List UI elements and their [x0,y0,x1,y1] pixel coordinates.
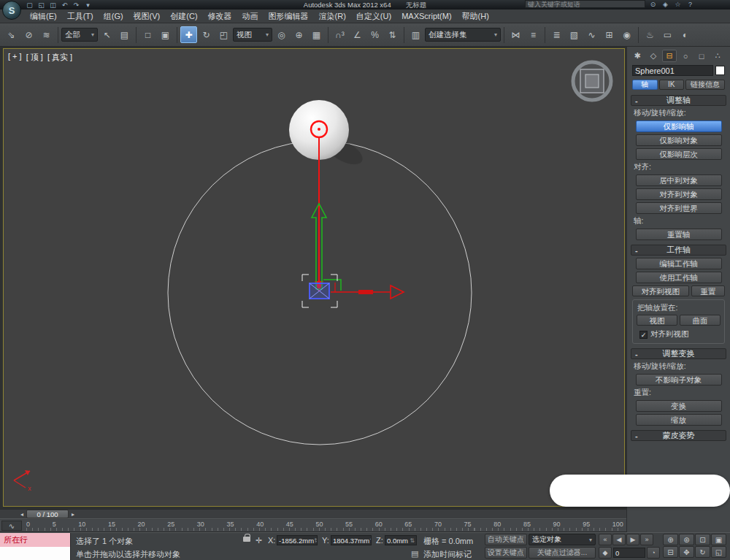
macro-recorder-line[interactable]: 所在行 [0,533,70,547]
menu-item-4[interactable]: 视图(V) [128,9,166,23]
search-icon[interactable]: ⊙ [648,0,658,8]
motion-tab[interactable]: ○ [678,50,693,62]
go-to-start-button[interactable]: « [599,534,612,545]
menu-item-2[interactable]: 工具(T) [62,9,99,23]
reset-transform-button[interactable]: 变换 [636,400,722,412]
mirror-button[interactable]: ⋈ [507,26,524,43]
angle-snap-toggle[interactable]: ∠ [349,26,366,43]
window-crossing-toggle[interactable]: ▣ [157,26,174,43]
viewport-menu-general[interactable]: [ + ] [8,52,22,63]
previous-frame-button[interactable]: ◀ [612,534,626,545]
zoom-extents-button[interactable]: ⊡ [695,534,710,545]
menu-item-8[interactable]: 图形编辑器 [264,9,314,23]
menu-item-7[interactable]: 动画 [237,9,264,23]
go-to-end-button[interactable]: » [640,534,653,545]
edit-working-pivot-button[interactable]: 编辑工作轴 [636,258,722,269]
undo-button[interactable]: ↶ [60,1,69,9]
graphite-modeling-tools-toggle[interactable]: ▧ [566,26,583,43]
schematic-view-button[interactable]: ⊞ [601,26,618,43]
time-configuration-button[interactable]: ◔ [647,547,660,559]
save-file-button[interactable]: ◫ [48,1,58,9]
curve-editor-button[interactable]: ∿ [583,26,600,43]
spinner-snap-toggle[interactable]: ⇅ [384,26,401,43]
auto-key-toggle[interactable]: 自动关键点 [485,534,527,545]
utilities-tab[interactable]: ∴ [710,50,725,62]
top-viewport[interactable]: [ + ] [ 顶 ] [ 真实 ] [3,48,625,507]
open-file-button[interactable]: ◱ [36,1,46,9]
align-to-world-button[interactable]: 对齐到世界 [636,202,722,214]
rectangular-selection-region-button[interactable]: □ [139,26,156,43]
select-and-move-button[interactable]: ✚ [180,26,197,43]
maxscript-mini-listener[interactable]: 所在行 [0,533,71,560]
selection-lock-toggle[interactable] [243,533,250,543]
zoom-button[interactable]: ⊕ [663,534,678,545]
menu-item-10[interactable]: 自定义(U) [351,9,396,23]
rollout-adjust-pivot[interactable]: - 调整轴 [631,95,726,106]
tab-ik[interactable]: IK [659,80,685,90]
set-key-button[interactable]: 设置关键点 [485,547,527,559]
object-name-field[interactable] [632,65,713,76]
rollout-skin-pose[interactable]: - 蒙皮姿势 [631,430,726,441]
timeline-previous-frame-nub[interactable]: ◂ [18,510,26,518]
timeline-next-frame-nub[interactable]: ▸ [69,510,77,518]
y-coordinate-field[interactable]: 1804.37mm⇅ [331,535,372,545]
select-and-rotate-button[interactable]: ↻ [198,26,215,43]
track-bar[interactable]: ∿ 05101520253035404550556065707580859095… [0,520,626,532]
menu-item-6[interactable]: 修改器 [203,9,237,23]
affect-object-only-button[interactable]: 仅影响对象 [636,134,722,146]
create-tab[interactable]: ✱ [630,50,645,62]
render-setup-button[interactable]: ♨ [642,26,658,43]
current-frame-field[interactable]: 0 [613,548,645,558]
key-filters-button[interactable]: 关键点过滤器... [529,547,596,559]
time-slider[interactable]: ◂ 0 / 100 ▸ [0,509,626,519]
menu-item-5[interactable]: 创建(C) [165,9,202,23]
render-production-button[interactable]: ◐ [677,26,694,43]
layer-manager-button[interactable]: ≣ [548,26,565,43]
x-coordinate-field[interactable]: -1856.2mm⇅ [277,535,318,545]
align-to-view-button[interactable]: 对齐到视图 [632,285,689,296]
affect-pivot-only-button[interactable]: 仅影响轴 [636,120,722,132]
unlink-selection-button[interactable]: ⊘ [20,26,37,43]
tab-link-info[interactable]: 链接信息 [685,80,725,90]
key-mode-toggle[interactable]: ◆ [599,547,612,559]
use-pivot-point-center-button[interactable]: ◎ [273,26,290,43]
keyboard-shortcut-override-toggle[interactable]: ▦ [308,26,325,43]
viewport-scene[interactable]: x [4,49,624,506]
redo-button[interactable]: ↷ [72,1,81,9]
menu-item-12[interactable]: 帮助(H) [457,9,494,23]
object-color-swatch[interactable] [715,66,725,75]
menu-item-11[interactable]: MAXScript(M) [396,10,456,22]
edit-named-selection-sets-button[interactable]: ▥ [407,26,424,43]
spinner-icon[interactable]: ⇅ [369,537,372,544]
percent-snap-toggle[interactable]: % [366,26,383,43]
rendered-frame-window-button[interactable]: ▭ [659,26,676,43]
hierarchy-tab[interactable]: ⊟ [662,50,677,62]
reset-scale-button[interactable]: 缩放 [636,414,722,426]
align-to-view-checkbox[interactable]: ✓ [639,331,648,339]
rollout-working-pivot[interactable]: - 工作轴 [631,245,726,256]
place-pivot-surface-button[interactable]: 曲面 [680,315,721,326]
viewcube[interactable] [573,62,611,100]
material-editor-button[interactable]: ◉ [618,26,635,43]
orbit-button[interactable]: ↻ [695,546,710,558]
reset-pivot-button[interactable]: 重置轴 [636,229,722,240]
zoom-region-button[interactable]: ⊟ [663,546,678,558]
align-button[interactable]: ≡ [525,26,542,43]
add-time-tag-button[interactable]: 添加时间标记 [423,549,472,560]
snaps-toggle[interactable]: ∩³ [331,26,348,43]
spinner-icon[interactable]: ⇅ [410,537,415,544]
pivot-gizmo[interactable] [310,204,404,299]
help-icon[interactable]: ? [685,0,695,8]
tab-pivot[interactable]: 轴 [632,80,658,90]
mini-curve-editor-button[interactable]: ∿ [1,521,22,531]
time-slider-thumb[interactable]: 0 / 100 [26,510,69,518]
absolute-mode-toggle[interactable]: ✛ [256,536,262,545]
select-and-manipulate-button[interactable]: ⊕ [291,26,307,43]
center-to-object-button[interactable]: 居中到对象 [636,174,722,186]
place-pivot-view-button[interactable]: 视图 [637,315,677,326]
z-coordinate-field[interactable]: 0.0mm⇅ [385,535,417,545]
rollout-adjust-transform[interactable]: - 调整变换 [631,348,726,359]
affect-hierarchy-only-button[interactable]: 仅影响层次 [636,148,722,160]
pan-button[interactable]: ✥ [679,546,694,558]
viewport-menu-view[interactable]: [ 顶 ] [26,52,43,63]
